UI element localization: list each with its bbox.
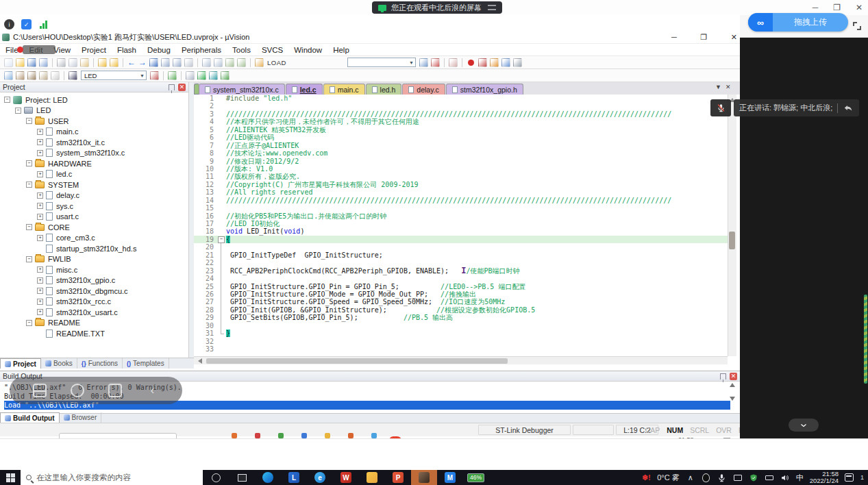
menu-flash[interactable]: Flash	[117, 46, 136, 54]
remote-desktop-icon[interactable]	[733, 473, 743, 482]
build-icon[interactable]	[16, 71, 25, 80]
watching-banner[interactable]: 您正在观看中北后浪的屏幕	[372, 1, 502, 14]
expander-icon[interactable]: −	[26, 320, 32, 326]
weather-warning-icon[interactable]: ❄!	[641, 473, 651, 482]
expander-icon[interactable]: +	[37, 192, 43, 199]
menu-file[interactable]: File	[5, 46, 18, 54]
scroll-up-icon[interactable]	[730, 380, 735, 387]
tree-item-user[interactable]: −USER	[1, 116, 188, 127]
menu-tools[interactable]: Tools	[232, 46, 251, 54]
grid-icon[interactable]	[33, 384, 47, 397]
comment-icon[interactable]	[225, 58, 234, 67]
taskbar-app-voov-meeting[interactable]: M	[437, 470, 463, 485]
batch-build-icon[interactable]	[39, 71, 48, 80]
panel-tab-functions[interactable]: {}Functions	[77, 358, 123, 369]
fold-marker[interactable]	[217, 329, 226, 337]
menu-view[interactable]: View	[53, 46, 71, 54]
minimize-button[interactable]: ─	[813, 3, 819, 12]
new-file-icon[interactable]	[4, 58, 13, 67]
tree-item-stm32f10x_rcc.c[interactable]: +stm32f10x_rcc.c	[1, 297, 188, 308]
microphone-icon[interactable]	[717, 473, 727, 482]
find-magnifier-icon[interactable]	[449, 58, 458, 67]
qq-penguin-icon[interactable]	[702, 473, 711, 482]
tree-item-system[interactable]: −SYSTEM	[1, 179, 188, 190]
expander-icon[interactable]: −	[26, 160, 32, 166]
menu-debug[interactable]: Debug	[147, 46, 171, 54]
project-panel-close-icon[interactable]: ✕	[178, 84, 186, 91]
build-output-close-icon[interactable]: ✕	[730, 373, 737, 380]
editor-vscroll-thumb[interactable]	[729, 232, 735, 249]
tree-item-main.c[interactable]: +main.c	[1, 127, 188, 138]
fold-marker[interactable]	[217, 298, 226, 306]
menu-peripherals[interactable]: Peripherals	[182, 46, 221, 54]
fold-marker[interactable]	[217, 259, 226, 266]
target-options-icon[interactable]	[150, 71, 159, 80]
signal-bars-icon[interactable]	[38, 19, 49, 29]
translate-icon[interactable]	[4, 71, 13, 80]
expander-icon[interactable]: +	[37, 139, 43, 145]
tree-item-project-led[interactable]: −Project: LED	[1, 95, 188, 105]
panel-tab-project[interactable]: Project	[0, 358, 41, 369]
battery-icon[interactable]	[765, 473, 774, 482]
cut-icon[interactable]	[57, 58, 66, 67]
fold-marker[interactable]	[217, 306, 226, 314]
expander-icon[interactable]: −	[26, 118, 32, 124]
manage-green-icon[interactable]	[197, 71, 206, 80]
panel-splitter[interactable]	[189, 82, 194, 358]
tree-item-led.c[interactable]: +led.c	[1, 169, 188, 180]
restore-button[interactable]: ❐	[833, 3, 841, 12]
navigate-back-icon[interactable]: ←	[127, 58, 136, 67]
tree-item-hardware[interactable]: −HARDWARE	[1, 158, 188, 169]
run-flag-icon[interactable]	[431, 58, 440, 67]
flash-load-icon[interactable]	[255, 58, 264, 67]
manage-teal-icon[interactable]	[209, 71, 218, 80]
menu-window[interactable]: Window	[294, 46, 322, 54]
breakpoint-disable-icon[interactable]	[478, 58, 487, 67]
expander-icon[interactable]: −	[15, 108, 21, 114]
undo-icon[interactable]	[98, 58, 107, 67]
tree-item-stm32f10x_usart.c[interactable]: +stm32f10x_usart.c	[1, 307, 188, 318]
download-binoculars-icon[interactable]	[69, 71, 77, 80]
expander-icon[interactable]: +	[37, 203, 43, 209]
volume-icon[interactable]	[780, 473, 790, 482]
bookmark-toggle-icon[interactable]	[149, 58, 158, 67]
bookmark-next-icon[interactable]	[161, 58, 170, 67]
panel-tab-browser[interactable]: Browser	[60, 412, 102, 423]
tree-item-stm32f10x_it.c[interactable]: +stm32f10x_it.c	[1, 137, 188, 148]
open-file-icon[interactable]	[16, 58, 25, 67]
save-icon[interactable]	[27, 58, 36, 67]
expander-icon[interactable]: +	[37, 150, 43, 156]
expander-icon[interactable]: +	[37, 288, 43, 294]
tree-item-core_cm3.c[interactable]: +core_cm3.c	[1, 233, 188, 244]
start-button[interactable]	[0, 470, 21, 485]
expander-icon[interactable]: +	[37, 277, 43, 284]
tree-item-system_stm32f10x.c[interactable]: +system_stm32f10x.c	[1, 148, 188, 159]
uvision-minimize-button[interactable]: ─	[671, 33, 677, 42]
editor-hscroll-thumb[interactable]	[206, 358, 508, 364]
sidebar-scrollbar-thumb[interactable]	[864, 295, 867, 384]
fold-marker[interactable]	[217, 290, 226, 298]
fold-marker[interactable]	[217, 243, 226, 251]
panel-tab-books[interactable]: Books	[41, 358, 77, 369]
taskbar-clock[interactable]: 21:58 2022/1/24	[810, 471, 839, 484]
expander-icon[interactable]: +	[37, 309, 43, 315]
bookmark-prev-icon[interactable]	[173, 58, 182, 67]
notification-center-icon[interactable]	[845, 473, 854, 482]
bookmark-clear-icon[interactable]	[184, 58, 193, 67]
cortana-button[interactable]	[203, 470, 229, 485]
taskbar-app-browser-2345[interactable]: e	[307, 470, 333, 485]
panel-tab-build-output[interactable]: Build Output	[0, 412, 60, 423]
tree-item-usart.c[interactable]: +usart.c	[1, 212, 188, 223]
expander-icon[interactable]: −	[26, 256, 32, 262]
fold-marker[interactable]	[217, 283, 226, 290]
file-layers-icon[interactable]	[186, 71, 195, 80]
breakpoint-diamond-icon[interactable]	[490, 58, 499, 67]
tree-item-misc.c[interactable]: +misc.c	[1, 264, 188, 275]
indent-icon[interactable]	[202, 58, 211, 67]
reply-arrow-icon[interactable]	[843, 103, 854, 113]
menu-help[interactable]: Help	[333, 46, 349, 54]
tree-item-led[interactable]: −LED	[1, 105, 188, 116]
component-cube-icon[interactable]	[168, 71, 177, 80]
close-button[interactable]: ✕	[856, 3, 863, 12]
record-dot-icon[interactable]	[468, 60, 474, 66]
